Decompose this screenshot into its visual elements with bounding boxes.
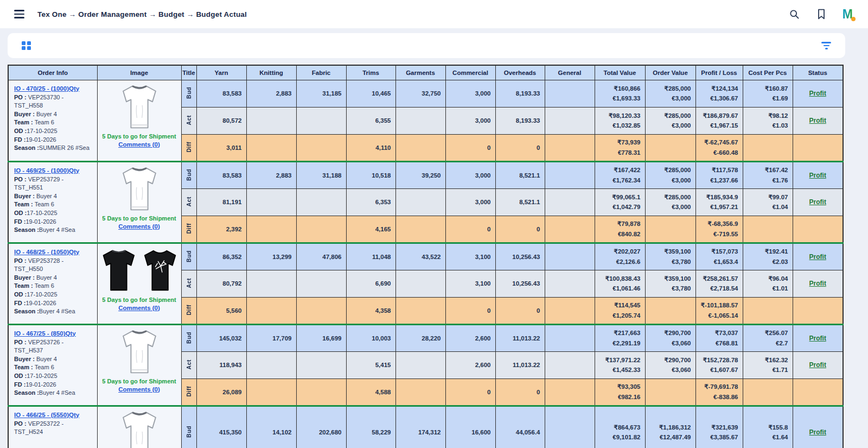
cell-garments: [395, 378, 445, 406]
cell-order_value: [645, 297, 695, 324]
cell-garments: 32,750: [395, 80, 445, 107]
order-info-line: PO : VEP253728 - TST_H550: [14, 257, 92, 274]
cell-general: [545, 107, 595, 134]
cell-profit_loss: ₹152,728.78€1,607.67: [695, 351, 743, 378]
col-header-title: Title: [181, 65, 196, 80]
status-cell: Profit: [793, 188, 843, 216]
status-cell: Profit: [793, 406, 843, 448]
io-number-link[interactable]: IO - 469/25 - (1000)Qty: [14, 167, 79, 174]
cell-profit_loss: ₹124,134€1,306.67: [695, 80, 743, 107]
status-profit-link[interactable]: Profit: [809, 198, 826, 206]
order-info-line: OD :17-10-2025: [14, 127, 92, 136]
budget-actual-table: Order InfoImageTitleYarnKnittingFabricTr…: [8, 65, 844, 448]
cell-total_value: ₹167,422€1,762.34: [595, 161, 645, 188]
col-header-status: Status: [793, 65, 843, 80]
cell-commercial: 0: [445, 134, 495, 161]
order-group: IO - 469/25 - (1000)QtyPO : VEP253729 - …: [8, 161, 843, 243]
shipment-countdown: 5 Days to go for Shipment: [98, 215, 181, 222]
white-tshirt-image: [98, 83, 181, 132]
col-header-commercial: Commercial: [445, 65, 495, 80]
cell-cost_per_pcs: [743, 134, 793, 161]
cell-profit_loss: ₹117,578€1,237.66: [695, 161, 743, 188]
order-info-cell: IO - 466/25 - (5550)QtyPO : VEP253722 - …: [8, 406, 97, 448]
shipment-countdown: 5 Days to go for Shipment: [98, 296, 181, 303]
cell-cost_per_pcs: ₹99.07€1.04: [743, 188, 793, 216]
order-info-line: Season :SUMMER 26 #Sea: [14, 144, 92, 153]
image-cell: 5 Days to go for ShipmentComments (0): [97, 80, 181, 161]
status-profit-link[interactable]: Profit: [809, 361, 826, 369]
order-info-line: OD :17-10-2025: [14, 291, 92, 299]
status-profit-link[interactable]: Profit: [809, 253, 826, 261]
status-cell: Profit: [793, 80, 843, 107]
comments-link[interactable]: Comments (0): [118, 141, 160, 148]
io-number-link[interactable]: IO - 466/25 - (5550)Qty: [14, 412, 79, 418]
cell-total_value: ₹202,027€2,126.6: [595, 243, 645, 270]
cell-trims: 10,003: [346, 324, 395, 351]
cell-cost_per_pcs: [743, 216, 793, 243]
cell-order_value: [645, 134, 695, 161]
cell-overheads: 0: [495, 216, 545, 243]
bookmark-icon[interactable]: [815, 8, 827, 20]
filter-icon[interactable]: [821, 42, 831, 49]
cell-total_value: ₹217,663€2,291.19: [595, 324, 645, 351]
order-info-line: PO : VEP253729 - TST_H551: [14, 175, 92, 192]
cell-trims: 10,518: [346, 161, 395, 188]
comments-link[interactable]: Comments (0): [118, 386, 160, 393]
row-type-label: Bud: [181, 80, 196, 107]
status-profit-link[interactable]: Profit: [809, 280, 826, 287]
cell-garments: 43,522: [395, 243, 445, 270]
image-cell: [97, 406, 181, 448]
status-cell: Profit: [793, 324, 843, 351]
cell-profit_loss: ₹73,037€768.81: [695, 324, 743, 351]
app-logo[interactable]: M: [843, 8, 853, 21]
search-icon[interactable]: [788, 8, 800, 20]
cell-trims: 4,110: [346, 134, 395, 161]
cell-general: [545, 188, 595, 216]
cell-profit_loss: ₹-101,188.57€-1,065.14: [695, 297, 743, 324]
cell-knitting: [246, 134, 296, 161]
cell-profit_loss: ₹-68,356.9€-719.55: [695, 216, 743, 243]
status-profit-link[interactable]: Profit: [809, 428, 826, 436]
cell-overheads: 8,193.33: [495, 107, 545, 134]
io-number-link[interactable]: IO - 467/25 - (850)Qty: [14, 330, 76, 337]
comments-link[interactable]: Comments (0): [118, 305, 160, 311]
col-header-order-info: Order Info: [8, 65, 97, 80]
breadcrumb: Tex One → Order Management → Budget → Bu…: [37, 10, 247, 18]
cell-order_value: ₹290,700€3,060: [645, 324, 695, 351]
row-type-label: Act: [181, 351, 196, 378]
cell-order_value: ₹290,700€3,060: [645, 351, 695, 378]
order-info-line: FD :19-01-2026: [14, 299, 92, 308]
order-group: IO - 466/25 - (5550)QtyPO : VEP253722 - …: [8, 406, 843, 448]
cell-general: [545, 324, 595, 351]
cell-trims: 4,358: [346, 297, 395, 324]
cell-knitting: [246, 216, 296, 243]
col-header-profit-loss: Profit / Loss: [695, 65, 743, 80]
cell-garments: [395, 270, 445, 297]
status-profit-link[interactable]: Profit: [809, 335, 826, 342]
menu-icon[interactable]: [14, 10, 24, 18]
status-profit-link[interactable]: Profit: [809, 90, 826, 97]
col-header-trims: Trims: [346, 65, 395, 80]
cell-garments: 28,220: [395, 324, 445, 351]
cell-total_value: ₹100,838.43€1,061.46: [595, 270, 645, 297]
cell-general: [545, 80, 595, 107]
io-number-link[interactable]: IO - 468/25 - (1050)Qty: [14, 249, 79, 255]
cell-commercial: 3,100: [445, 270, 495, 297]
cell-cost_per_pcs: ₹256.07€2.7: [743, 324, 793, 351]
order-info-line: PO : VEP253730 - TST_H558: [14, 93, 92, 110]
row-type-label: Act: [181, 107, 196, 134]
status-profit-link[interactable]: Profit: [809, 117, 826, 124]
io-number-link[interactable]: IO - 470/25 - (1000)Qty: [14, 85, 79, 92]
status-cell: [793, 297, 843, 324]
order-info-line: Team : Team 6: [14, 118, 92, 127]
grid-view-icon[interactable]: [22, 41, 31, 51]
col-header-total-value: Total Value: [595, 65, 645, 80]
image-cell: 5 Days to go for ShipmentComments (0): [97, 243, 181, 324]
cell-overheads: 8,521.1: [495, 161, 545, 188]
comments-link[interactable]: Comments (0): [118, 223, 160, 230]
cell-knitting: [246, 297, 296, 324]
cell-commercial: 3,000: [445, 188, 495, 216]
cell-profit_loss: ₹157,073€1,653.4: [695, 243, 743, 270]
status-profit-link[interactable]: Profit: [809, 172, 826, 179]
cell-total_value: ₹137,971.22€1,452.33: [595, 351, 645, 378]
